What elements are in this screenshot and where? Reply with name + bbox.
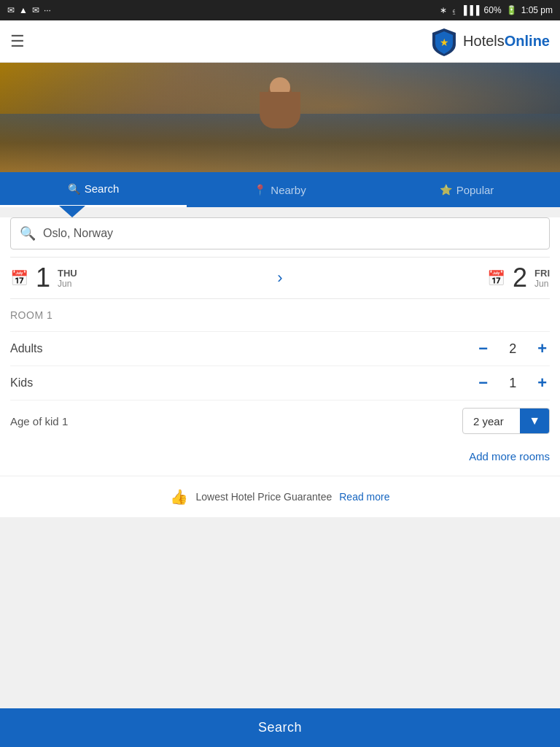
room-title: ROOM 1 xyxy=(10,309,550,321)
adults-row: Adults − 2 + xyxy=(10,331,550,365)
time: 1:05 pm xyxy=(521,5,553,15)
read-more-link[interactable]: Read more xyxy=(339,491,389,503)
thumbs-up-icon: 👍 xyxy=(170,488,188,506)
wifi-icon: ⍷ xyxy=(451,5,456,15)
search-box-icon: 🔍 xyxy=(20,225,36,241)
logo-hotels: HotelsOnline xyxy=(463,33,550,50)
app-logo: ★ HotelsOnline xyxy=(429,27,550,56)
adults-value: 2 xyxy=(505,341,520,357)
search-tab-icon: 🔍 xyxy=(68,183,80,195)
adults-counter: − 2 + xyxy=(475,339,550,358)
email-icon: ✉ xyxy=(32,5,39,15)
tab-popular[interactable]: ⭐ Popular xyxy=(373,172,560,207)
checkout-day-name: FRI xyxy=(534,268,550,279)
checkin-date[interactable]: 📅 1 THU Jun xyxy=(10,265,277,291)
kid-age-row: Age of kid 1 2 year ▼ xyxy=(10,400,550,441)
adults-label: Adults xyxy=(10,342,42,355)
kids-value: 1 xyxy=(505,376,520,391)
add-more-rooms-button[interactable]: Add more rooms xyxy=(469,450,550,462)
checkin-calendar-icon: 📅 xyxy=(10,269,28,287)
search-box[interactable]: 🔍 xyxy=(10,217,550,249)
main-content: 🔍 📅 1 THU Jun › 📅 2 FRI Jun ROOM 1 Adult… xyxy=(0,217,560,517)
tab-indicator xyxy=(59,206,85,217)
signal-icon: ▐▐▐ xyxy=(461,5,480,15)
hero-image xyxy=(0,63,560,172)
kids-increase-button[interactable]: + xyxy=(534,374,550,392)
bluetooth-icon: ∗ xyxy=(440,5,447,15)
room-section: ROOM 1 Adults − 2 + Kids − 1 + Age of ki… xyxy=(0,299,560,473)
status-bar: ✉ ▲ ✉ ··· ∗ ⍷ ▐▐▐ 60% 🔋 1:05 pm xyxy=(0,0,560,20)
tab-search-label: Search xyxy=(85,182,120,195)
checkout-calendar-icon: 📅 xyxy=(487,269,505,287)
date-chevron-icon: › xyxy=(277,268,282,287)
tab-nearby-label: Nearby xyxy=(271,184,306,196)
app-bar: ☰ ★ HotelsOnline xyxy=(0,20,560,63)
status-right: ∗ ⍷ ▐▐▐ 60% 🔋 1:05 pm xyxy=(440,5,553,15)
msg-icon: ✉ xyxy=(7,5,15,15)
logo-shield-icon: ★ xyxy=(429,27,459,56)
kids-counter: − 1 + xyxy=(475,374,550,392)
battery-icon: 🔋 xyxy=(506,5,517,15)
date-row: 📅 1 THU Jun › 📅 2 FRI Jun xyxy=(10,257,550,299)
hero-person xyxy=(258,77,302,158)
adults-increase-button[interactable]: + xyxy=(534,339,550,358)
age-select[interactable]: 2 year ▼ xyxy=(462,408,550,434)
kid-age-label: Age of kid 1 xyxy=(10,415,68,427)
tab-nearby[interactable]: 📍 Nearby xyxy=(187,172,373,207)
person-hair-long xyxy=(260,92,300,128)
status-left: ✉ ▲ ✉ ··· xyxy=(7,5,51,15)
guarantee-text: Lowest Hotel Price Guarantee xyxy=(195,491,332,503)
more-icon: ··· xyxy=(44,5,51,15)
kids-label: Kids xyxy=(10,376,33,390)
age-select-chevron-icon[interactable]: ▼ xyxy=(520,409,549,433)
nearby-tab-icon: 📍 xyxy=(254,184,266,196)
checkin-day-name: THU xyxy=(58,268,77,279)
alert-icon: ▲ xyxy=(19,5,28,15)
checkout-date-info: FRI Jun xyxy=(534,268,550,289)
checkin-month: Jun xyxy=(58,279,77,289)
age-select-value: 2 year xyxy=(463,409,520,433)
checkin-day-num: 1 xyxy=(36,265,50,291)
battery-percent: 60% xyxy=(484,5,502,15)
kids-decrease-button[interactable]: − xyxy=(475,374,491,392)
svg-text:★: ★ xyxy=(440,36,449,48)
checkout-day-num: 2 xyxy=(513,265,527,291)
tab-bar: 🔍 Search 📍 Nearby ⭐ Popular xyxy=(0,172,560,207)
tab-popular-label: Popular xyxy=(456,184,494,196)
adults-decrease-button[interactable]: − xyxy=(475,339,491,358)
checkout-month: Jun xyxy=(534,279,550,289)
tab-search[interactable]: 🔍 Search xyxy=(0,172,187,207)
checkout-date[interactable]: 📅 2 FRI Jun xyxy=(283,265,550,291)
checkin-date-info: THU Jun xyxy=(58,268,77,289)
kids-row: Kids − 1 + xyxy=(10,365,550,400)
guarantee-bar: 👍 Lowest Hotel Price Guarantee Read more xyxy=(0,476,560,517)
add-rooms-row: Add more rooms xyxy=(10,441,550,473)
search-button[interactable]: Search xyxy=(0,708,560,747)
search-input[interactable] xyxy=(43,227,540,240)
hamburger-menu-button[interactable]: ☰ xyxy=(10,32,25,51)
popular-tab-icon: ⭐ xyxy=(440,184,452,196)
